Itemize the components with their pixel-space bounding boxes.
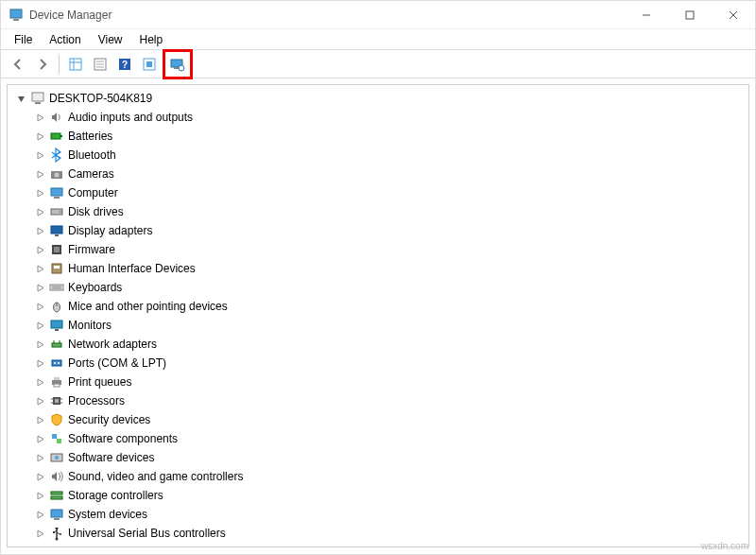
svg-rect-33 [54, 247, 60, 252]
tree-category-node[interactable]: Monitors [32, 316, 747, 335]
expand-icon[interactable] [34, 244, 45, 255]
tree-category-node[interactable]: Storage controllers [32, 486, 747, 505]
hid-icon [49, 261, 64, 276]
properties-button[interactable] [89, 53, 112, 76]
expand-icon[interactable] [34, 414, 45, 425]
menu-file[interactable]: File [7, 31, 40, 48]
expand-icon[interactable] [34, 149, 45, 161]
svg-rect-3 [686, 11, 694, 19]
expand-icon[interactable] [34, 452, 45, 463]
tree-category-node[interactable]: Cameras [32, 165, 747, 183]
tree-category-node[interactable]: Software components [32, 429, 747, 448]
expand-icon[interactable] [34, 338, 45, 350]
svg-rect-20 [32, 93, 43, 101]
tree-category-label: Universal Serial Bus controllers [68, 527, 226, 540]
svg-rect-65 [54, 518, 60, 520]
expand-icon[interactable] [34, 528, 45, 539]
expand-icon[interactable] [34, 395, 45, 407]
tree-category-node[interactable]: Mice and other pointing devices [32, 297, 747, 316]
expand-icon[interactable] [34, 282, 45, 293]
tree-category-label: Storage controllers [68, 489, 163, 502]
cpu-icon [49, 393, 64, 408]
tree-category-label: Batteries [68, 130, 112, 143]
menu-view[interactable]: View [91, 31, 130, 48]
close-button[interactable] [712, 1, 755, 29]
expand-icon[interactable] [34, 206, 45, 217]
forward-button[interactable] [31, 53, 54, 76]
tree-category-node[interactable]: Display adapters [32, 221, 747, 240]
printer-icon [49, 374, 64, 390]
svg-rect-36 [50, 285, 63, 290]
svg-rect-43 [52, 343, 61, 347]
tree-category-node[interactable]: Bluetooth [32, 146, 747, 165]
tree-category-node[interactable]: Computer [32, 183, 747, 202]
app-icon [9, 8, 24, 23]
expand-icon[interactable] [34, 490, 45, 501]
expand-icon[interactable] [34, 509, 45, 520]
expand-icon[interactable] [34, 130, 45, 142]
tree-category-node[interactable]: Keyboards [32, 278, 747, 297]
expand-icon[interactable] [34, 168, 45, 180]
tree-root-node[interactable]: DESKTOP-504K819 [13, 89, 747, 108]
svg-rect-16 [146, 61, 152, 67]
monitor-icon [49, 318, 64, 333]
expand-icon[interactable] [34, 187, 45, 199]
tree-category-node[interactable]: Ports (COM & LPT) [32, 354, 747, 373]
expand-icon[interactable] [34, 263, 45, 274]
tree-category-node[interactable]: Sound, video and game controllers [32, 467, 747, 486]
svg-rect-59 [57, 439, 61, 443]
tree-category-node[interactable]: Human Interface Devices [32, 259, 747, 278]
window-title: Device Manager [29, 9, 625, 22]
tree-category-node[interactable]: Security devices [32, 410, 747, 429]
svg-rect-42 [55, 329, 59, 331]
svg-point-61 [55, 456, 59, 460]
device-tree-pane[interactable]: DESKTOP-504K819 Audio inputs and outputs… [7, 84, 749, 547]
expand-icon[interactable] [34, 433, 45, 444]
svg-rect-53 [55, 399, 59, 403]
tree-category-label: Keyboards [68, 281, 122, 294]
sound-icon [49, 469, 64, 484]
tree-category-node[interactable]: Software devices [32, 448, 747, 467]
tree-category-label: Display adapters [68, 224, 152, 237]
tree-category-node[interactable]: System devices [32, 505, 747, 524]
tree-category-node[interactable]: Batteries [32, 127, 747, 146]
tree-category-node[interactable]: Processors [32, 391, 747, 410]
tree-category-node[interactable]: Print queues [32, 373, 747, 391]
tree-category-node[interactable]: Disk drives [32, 202, 747, 221]
tree-category-node[interactable]: Audio inputs and outputs [32, 108, 747, 127]
svg-point-67 [56, 538, 59, 541]
add-legacy-hardware-button[interactable] [166, 53, 189, 76]
expand-icon[interactable] [34, 376, 45, 388]
camera-icon [49, 166, 64, 182]
tree-category-node[interactable]: Network adapters [32, 335, 747, 354]
svg-point-69 [60, 533, 61, 535]
menu-help[interactable]: Help [132, 31, 171, 48]
expand-icon[interactable] [34, 301, 45, 312]
tree-category-node[interactable]: Universal Serial Bus controllers [32, 524, 747, 543]
expand-icon[interactable] [34, 357, 45, 369]
expand-icon[interactable] [34, 471, 45, 482]
titlebar: Device Manager [1, 1, 755, 29]
back-button[interactable] [7, 53, 29, 76]
scan-hardware-button[interactable] [138, 53, 161, 76]
show-hide-console-tree-button[interactable] [64, 53, 87, 76]
tree-category-label: Mice and other pointing devices [68, 300, 228, 313]
tree-category-label: Software components [68, 432, 178, 445]
svg-rect-23 [60, 135, 62, 137]
help-button[interactable]: ? [113, 53, 136, 76]
tree-category-label: Monitors [68, 319, 112, 332]
collapse-icon[interactable] [15, 93, 26, 104]
tree-category-label: Disk drives [68, 205, 124, 218]
menu-action[interactable]: Action [42, 31, 88, 48]
security-icon [49, 412, 64, 427]
expand-icon[interactable] [34, 112, 45, 123]
tree-category-node[interactable]: Firmware [32, 240, 747, 259]
audio-icon [49, 110, 64, 125]
maximize-button[interactable] [668, 1, 712, 29]
minimize-button[interactable] [625, 1, 668, 29]
battery-icon [49, 129, 64, 144]
port-icon [49, 356, 64, 371]
expand-icon[interactable] [34, 225, 45, 236]
expand-icon[interactable] [34, 320, 45, 331]
computer-root-icon [30, 91, 45, 106]
